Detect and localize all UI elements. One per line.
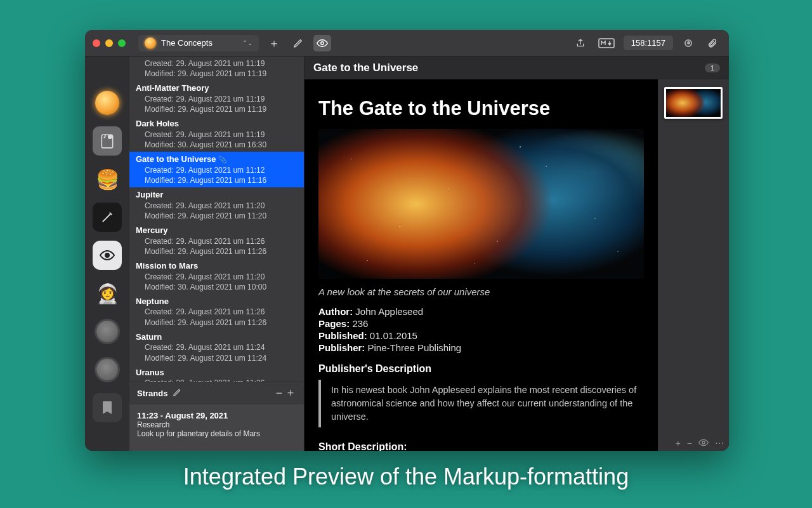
sidebar-item-alert1[interactable] — [93, 317, 122, 346]
pencil-icon[interactable] — [173, 388, 181, 399]
list-item-meta: Modified: 29. August 2021 um 11:26 — [145, 318, 298, 328]
add-button[interactable]: ＋ — [265, 35, 283, 51]
word-counter[interactable]: 158:1157 — [624, 36, 673, 50]
list-item[interactable]: Dark HolesCreated: 29. August 2021 um 11… — [129, 116, 304, 152]
attachment-button[interactable] — [704, 35, 721, 51]
list-item[interactable]: JupiterCreated: 29. August 2021 um 11:20… — [129, 187, 304, 223]
record-button[interactable] — [679, 35, 697, 51]
pub-desc-heading: Publisher's Description — [318, 363, 644, 375]
list-item-title: Gate to the Universe📎 — [136, 154, 298, 165]
marketing-caption: Integrated Preview of the Markup-formatt… — [0, 464, 812, 490]
list-item-meta: Modified: 29. August 2021 um 11:19 — [145, 69, 298, 79]
strand-remove-button[interactable]: − — [273, 387, 285, 400]
list-item-meta: Created: 29. August 2021 um 11:12 — [145, 165, 298, 175]
list-item-title: Dark Holes — [136, 118, 298, 130]
tagline: A new look at the secrets of our univers… — [318, 286, 644, 297]
attachment-thumbnail[interactable] — [664, 87, 723, 119]
attachment-count-badge[interactable]: 1 — [705, 64, 720, 72]
strands-label: Strands — [137, 389, 167, 398]
list-item[interactable]: SaturnCreated: 29. August 2021 um 11:24M… — [129, 330, 304, 365]
list-item-meta: Created: 29. August 2021 um 11:26 — [145, 307, 298, 317]
sidebar-item-sun[interactable] — [93, 88, 122, 117]
list-item-meta: Modified: 30. August 2021 um 16:30 — [145, 140, 298, 150]
markup-preview[interactable]: The Gate to the Universe A new look at t… — [304, 79, 658, 451]
list-item[interactable]: Anti-Matter TheoryCreated: 29. August 20… — [129, 81, 304, 116]
list-item-meta: Created: 29. August 2021 um 11:26 — [145, 236, 298, 246]
task-note[interactable]: 11:23 - August 29, 2021 Research Look up… — [129, 404, 304, 451]
sidebar-item-alert2[interactable] — [93, 355, 122, 384]
sidebar-item-burger[interactable]: 🍔 — [93, 164, 122, 194]
titlebar: The Concepts ⌃⌄ ＋ 158:1157 — [85, 30, 729, 57]
list-item[interactable]: UranusCreated: 29. August 2021 um 11:26M… — [129, 365, 304, 382]
strand-add-button[interactable]: + — [285, 387, 296, 400]
list-item-title: Saturn — [136, 331, 298, 343]
strands-bar: Strands − + — [129, 382, 304, 404]
list-item[interactable]: Created: 29. August 2021 um 11:19Modifie… — [129, 57, 304, 81]
share-button[interactable] — [572, 35, 589, 51]
task-kind: Research — [137, 420, 296, 429]
list-item-meta: Modified: 29. August 2021 um 11:19 — [145, 104, 298, 114]
list-item-meta: Created: 29. August 2021 um 11:20 — [145, 272, 298, 282]
edit-button[interactable] — [289, 35, 307, 51]
attachment-tools: + − ⋯ — [676, 438, 724, 448]
sidebar-item-ink[interactable] — [93, 203, 122, 232]
published-line: Published: 01.01.2015 — [318, 330, 644, 341]
document-dropdown[interactable]: The Concepts ⌃⌄ — [138, 35, 259, 51]
list-item-meta: Modified: 29. August 2021 um 11:16 — [145, 175, 298, 185]
list-item-meta: Created: 29. August 2021 um 11:24 — [145, 342, 298, 352]
list-item-meta: Created: 29. August 2021 um 11:19 — [145, 130, 298, 140]
list-item-meta: Created: 29. August 2021 um 11:20 — [145, 201, 298, 211]
attach-view-button[interactable] — [698, 438, 709, 448]
sun-icon — [145, 37, 156, 49]
sidebar-item-bookmark[interactable] — [93, 393, 122, 422]
publisher-line: Publisher: Pine-Three Publishing — [318, 342, 644, 353]
sidebar-item-astronaut[interactable]: 👩‍🚀 — [93, 279, 122, 308]
svg-point-5 — [702, 441, 705, 444]
list-item-title: Uranus — [136, 367, 298, 378]
list-item[interactable]: Gate to the Universe📎Created: 29. August… — [129, 152, 304, 187]
svg-point-0 — [321, 41, 324, 44]
attachment-panel — [658, 79, 729, 451]
document-header: Gate to the Universe 1 — [304, 57, 729, 79]
hero-image — [318, 129, 644, 279]
attach-add-button[interactable]: + — [676, 438, 681, 448]
list-item-meta: Modified: 30. August 2021 um 10:00 — [145, 282, 298, 292]
short-desc-heading: Short Description: — [318, 441, 644, 451]
task-time: 11:23 - August 29, 2021 — [137, 411, 296, 420]
fullscreen-button[interactable] — [118, 39, 126, 47]
document-list: Created: 29. August 2021 um 11:19Modifie… — [129, 57, 304, 451]
list-item-title: Jupiter — [136, 189, 298, 201]
sun-icon — [95, 91, 119, 115]
pub-desc-quote: In his newest book John Appleseed explai… — [318, 380, 644, 427]
document-title: The Concepts — [161, 38, 213, 48]
icon-sidebar: 🍔 👩‍🚀 — [85, 57, 129, 451]
sidebar-item-attachments[interactable] — [93, 126, 122, 156]
chevron-updown-icon: ⌃⌄ — [242, 39, 252, 46]
preview-h1: The Gate to the Universe — [318, 97, 644, 120]
attach-more-button[interactable]: ⋯ — [715, 438, 724, 448]
close-button[interactable] — [93, 39, 100, 47]
markdown-toggle-button[interactable] — [596, 35, 617, 51]
sidebar-item-preview[interactable] — [93, 241, 122, 270]
attach-remove-button[interactable]: − — [687, 438, 692, 448]
main-pane: Gate to the Universe 1 The Gate to the U… — [304, 57, 729, 451]
list-item[interactable]: Mission to MarsCreated: 29. August 2021 … — [129, 258, 304, 294]
window-controls — [93, 39, 126, 47]
minimize-button[interactable] — [105, 39, 113, 47]
app-window: The Concepts ⌃⌄ ＋ 158:1157 🍔 — [85, 30, 729, 451]
paperclip-icon: 📎 — [218, 156, 227, 163]
pages-line: Pages: 236 — [318, 318, 644, 329]
document-header-title: Gate to the Universe — [313, 62, 418, 74]
list-item-title: Neptune — [136, 296, 298, 307]
list-item[interactable]: NeptuneCreated: 29. August 2021 um 11:26… — [129, 294, 304, 330]
list-item-title: Mission to Mars — [136, 260, 298, 272]
list-item-title: Anti-Matter Theory — [136, 83, 298, 94]
list-item-meta: Modified: 29. August 2021 um 11:26 — [145, 246, 298, 257]
list-item[interactable]: MercuryCreated: 29. August 2021 um 11:26… — [129, 223, 304, 258]
list-item-title: Mercury — [136, 225, 298, 236]
task-text: Look up for planetary details of Mars — [137, 429, 296, 438]
preview-mode-button[interactable] — [313, 35, 331, 51]
list-item-meta: Created: 29. August 2021 um 11:19 — [145, 94, 298, 104]
svg-point-4 — [105, 253, 109, 257]
list-item-meta: Modified: 29. August 2021 um 11:20 — [145, 211, 298, 221]
